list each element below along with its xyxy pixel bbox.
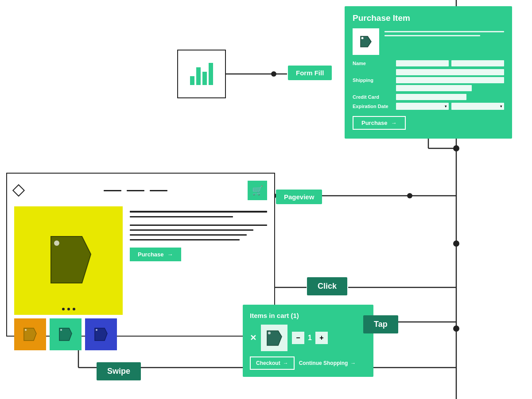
purchase-button[interactable]: Purchase → [353, 116, 406, 130]
remove-item-icon[interactable]: ✕ [250, 333, 256, 343]
thumbnail-1[interactable] [14, 318, 46, 350]
purchase-card: Purchase Item Name Shipping Credit Card [345, 6, 512, 139]
svg-point-23 [361, 37, 364, 39]
product-image [353, 28, 379, 55]
product-thumbnails [14, 318, 123, 350]
cart-icon-box: 🛒 [248, 181, 267, 200]
analytics-node [177, 50, 226, 98]
svg-point-5 [453, 145, 459, 151]
swipe-label: Swipe [97, 362, 141, 380]
bar-chart-icon [190, 63, 213, 85]
purchase-card-title: Purchase Item [353, 13, 504, 23]
svg-point-27 [25, 329, 27, 331]
svg-point-2 [271, 71, 276, 77]
click-label: Click [307, 277, 347, 295]
thumbnail-3[interactable] [85, 318, 117, 350]
tap-label: Tap [363, 315, 398, 333]
svg-point-33 [268, 332, 271, 334]
credit-card-label: Credit Card [353, 94, 392, 100]
shipping-label: Shipping [353, 77, 392, 83]
pageview-label: Pageview [276, 190, 322, 204]
svg-point-11 [407, 193, 412, 198]
form-fill-label: Form Fill [288, 66, 332, 80]
header-lines [104, 190, 167, 191]
checkout-button[interactable]: Checkout → [250, 356, 295, 370]
svg-point-31 [96, 329, 97, 331]
cart-title: Items in cart (1) [250, 312, 366, 319]
svg-point-29 [60, 329, 62, 331]
product-page: 🛒 [6, 173, 275, 337]
increase-qty-button[interactable]: + [315, 332, 328, 344]
decrease-qty-button[interactable]: − [292, 332, 304, 344]
cart-panel: Items in cart (1) ✕ − 1 + Checkout → Con… [243, 305, 373, 377]
name-label: Name [353, 61, 392, 66]
svg-point-8 [453, 240, 459, 247]
diamond-icon [12, 184, 25, 197]
svg-point-13 [453, 325, 459, 332]
thumbnail-2[interactable] [50, 318, 82, 350]
expiration-label: Expiration Date [353, 104, 392, 109]
cart-item-image [261, 325, 287, 351]
svg-point-25 [54, 240, 59, 246]
product-main-image [14, 206, 123, 315]
qty-display: 1 [308, 334, 312, 342]
continue-shopping-button[interactable]: Continue Shopping → [299, 360, 356, 366]
product-purchase-button[interactable]: Purchase → [130, 248, 181, 261]
